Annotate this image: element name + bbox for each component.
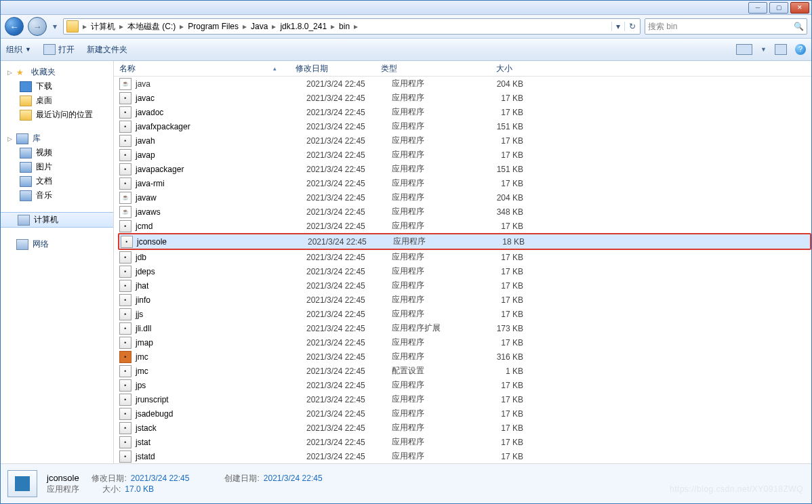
sidebar-libraries[interactable]: ▷库 [1,131,113,146]
file-type: 应用程序 [392,78,469,89]
file-row[interactable]: ▪jmc2021/3/24 22:45应用程序316 KB [119,350,811,364]
chevron-right-icon[interactable]: ▸ [178,22,185,31]
sidebar-item[interactable]: 图片 [1,160,113,174]
file-row[interactable]: ▪jdb2021/3/24 22:45应用程序17 KB [119,250,811,264]
breadcrumb-segment[interactable]: Program Files [185,22,241,31]
new-folder-button[interactable]: 新建文件夹 [87,44,127,56]
refresh-icon[interactable]: ↻ [624,22,640,31]
file-row[interactable]: ▪jstat2021/3/24 22:45应用程序17 KB [119,435,811,449]
nav-history-dropdown[interactable]: ▾ [51,22,59,31]
chevron-right-icon[interactable]: ▸ [329,22,336,31]
file-row[interactable]: ▪jmap2021/3/24 22:45应用程序17 KB [119,335,811,350]
forward-button[interactable]: → [28,17,47,36]
file-date: 2021/3/24 22:45 [306,438,392,447]
file-date: 2021/3/24 22:45 [306,108,392,117]
breadcrumb-segment[interactable]: bin [336,22,352,31]
organize-menu[interactable]: 组织 ▼ [6,44,31,56]
file-row[interactable]: ▪java-rmi2021/3/24 22:45应用程序17 KB [119,176,811,190]
nav-row: ← → ▾ ▸ 计算机▸本地磁盘 (C:)▸Program Files▸Java… [1,15,811,39]
chevron-right-icon[interactable]: ▸ [352,22,359,31]
file-row[interactable]: ▪jstatd2021/3/24 22:45应用程序17 KB [119,449,811,463]
file-row[interactable]: ▪jdeps2021/3/24 22:45应用程序17 KB [119,264,811,278]
breadcrumb-segment[interactable]: jdk1.8.0_241 [277,22,329,31]
sidebar-computer[interactable]: ▷计算机 [1,212,113,228]
column-type[interactable]: 类型 [381,63,458,75]
file-date: 2021/3/24 22:45 [306,253,392,262]
file-list[interactable]: ☕java2021/3/24 22:45应用程序204 KB▪javac2021… [114,77,811,463]
file-row[interactable]: ▪javap2021/3/24 22:45应用程序17 KB [119,148,811,162]
file-row[interactable]: ▪jsadebugd2021/3/24 22:45应用程序17 KB [119,406,811,421]
file-name: jps [136,381,306,390]
file-size: 17 KB [469,179,531,188]
toolbar: 组织 ▼ 打开 新建文件夹 ▼ ? [1,39,811,61]
address-dropdown-icon[interactable]: ▾ [611,22,624,31]
sidebar-item[interactable]: 音乐 [1,188,113,203]
file-icon: ☕ [119,78,131,90]
column-name[interactable]: 名称▴ [119,63,296,75]
file-icon: ▪ [119,436,131,448]
file-row[interactable]: ▪jps2021/3/24 22:45应用程序17 KB [119,378,811,392]
file-row[interactable]: ▪javadoc2021/3/24 22:45应用程序17 KB [119,105,811,119]
sidebar-network[interactable]: ▷网络 [1,237,113,251]
folder-icon [20,110,32,121]
file-name: jinfo [136,295,306,305]
breadcrumb[interactable]: 计算机▸本地磁盘 (C:)▸Program Files▸Java▸jdk1.8.… [88,21,359,33]
breadcrumb-segment[interactable]: 本地磁盘 (C:) [125,22,178,31]
file-icon: ▪ [119,135,131,147]
file-size: 1 KB [469,366,531,376]
help-icon[interactable]: ? [795,44,806,55]
file-row[interactable]: ☕javaw2021/3/24 22:45应用程序204 KB [119,190,811,205]
chevron-right-icon[interactable]: ▸ [270,22,277,31]
titlebar: ─ ▢ ✕ [1,1,811,15]
file-size: 17 KB [469,136,531,146]
file-row[interactable]: ▪jstack2021/3/24 22:45应用程序17 KB [119,421,811,435]
preview-pane-icon[interactable] [775,44,787,55]
file-row[interactable]: ☕javaws2021/3/24 22:45应用程序348 KB [119,205,811,219]
file-size: 17 KB [469,381,531,390]
file-row[interactable]: ▪javah2021/3/24 22:45应用程序17 KB [119,133,811,148]
open-button[interactable]: 打开 [43,44,75,56]
column-date[interactable]: 修改日期 [296,63,381,75]
file-row[interactable]: ▪jmc2021/3/24 22:45配置设置1 KB [119,364,811,378]
open-icon [43,44,56,55]
column-size[interactable]: 大小 [458,63,521,75]
file-row[interactable]: ▪javac2021/3/24 22:45应用程序17 KB [119,91,811,105]
sidebar-item[interactable]: 桌面 [1,93,113,108]
sidebar-item[interactable]: 视频 [1,146,113,160]
file-type: 应用程序 [392,121,469,132]
address-bar[interactable]: ▸ 计算机▸本地磁盘 (C:)▸Program Files▸Java▸jdk1.… [63,18,641,35]
file-row[interactable]: ▪jconsole2021/3/24 22:45应用程序18 KB [118,233,811,250]
file-row[interactable]: ▪jli.dll2021/3/24 22:45应用程序扩展173 KB [119,321,811,335]
file-type: 应用程序 [392,92,469,104]
file-row[interactable]: ▪jrunscript2021/3/24 22:45应用程序17 KB [119,392,811,406]
minimize-button[interactable]: ─ [748,2,767,14]
chevron-right-icon[interactable]: ▸ [241,22,248,31]
breadcrumb-segment[interactable]: 计算机 [88,22,118,31]
file-type: 应用程序 [392,220,469,232]
sidebar-item[interactable]: 文档 [1,174,113,188]
file-row[interactable]: ▪jjs2021/3/24 22:45应用程序17 KB [119,307,811,321]
sidebar-item[interactable]: 最近访问的位置 [1,108,113,122]
search-input[interactable]: 搜索 bin 🔍 [645,18,807,35]
file-date: 2021/3/24 22:45 [306,409,392,419]
sidebar-item[interactable]: 下载 [1,79,113,93]
file-icon: ▪ [119,92,131,104]
file-type: 应用程序 [392,308,469,320]
close-button[interactable]: ✕ [790,2,809,14]
file-row[interactable]: ▪javapackager2021/3/24 22:45应用程序151 KB [119,162,811,176]
maximize-button[interactable]: ▢ [769,2,788,14]
file-size: 17 KB [469,409,531,419]
view-options-icon[interactable] [736,44,752,55]
file-type: 应用程序 [392,280,469,291]
file-size: 17 KB [469,222,531,231]
chevron-right-icon[interactable]: ▸ [118,22,125,31]
file-row[interactable]: ▪jinfo2021/3/24 22:45应用程序17 KB [119,293,811,307]
breadcrumb-segment[interactable]: Java [248,22,270,31]
library-icon [16,133,28,144]
back-button[interactable]: ← [5,17,24,36]
file-row[interactable]: ▪jhat2021/3/24 22:45应用程序17 KB [119,278,811,293]
sidebar-favorites[interactable]: ▷★收藏夹 [1,65,113,79]
file-row[interactable]: ▪javafxpackager2021/3/24 22:45应用程序151 KB [119,119,811,133]
file-row[interactable]: ▪jcmd2021/3/24 22:45应用程序17 KB [119,219,811,233]
file-row[interactable]: ☕java2021/3/24 22:45应用程序204 KB [119,77,811,91]
